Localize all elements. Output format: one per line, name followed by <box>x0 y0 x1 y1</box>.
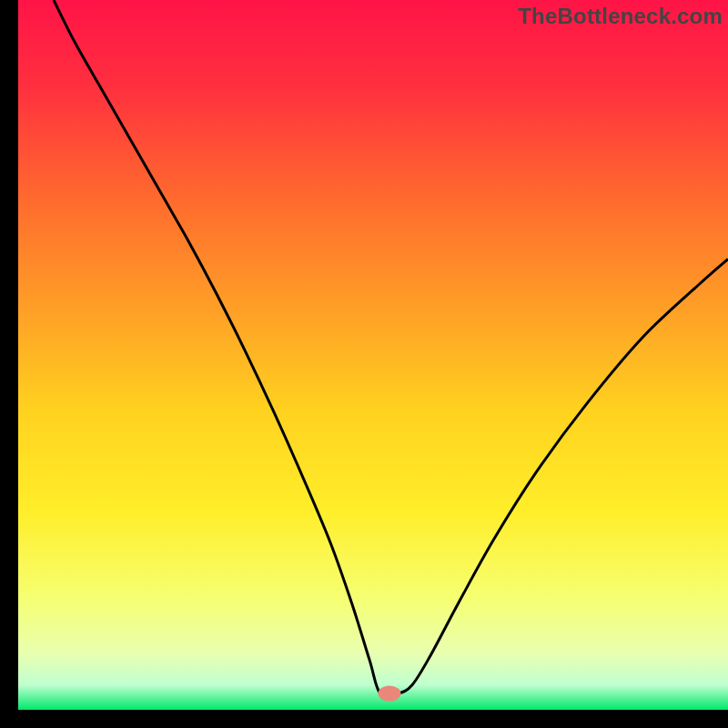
marker-dot <box>378 685 400 701</box>
plot-area <box>18 0 728 710</box>
chart-stage: TheBottleneck.com <box>0 0 728 728</box>
plot-svg <box>18 0 728 710</box>
watermark-text: TheBottleneck.com <box>518 4 723 29</box>
gradient-background <box>18 0 728 710</box>
